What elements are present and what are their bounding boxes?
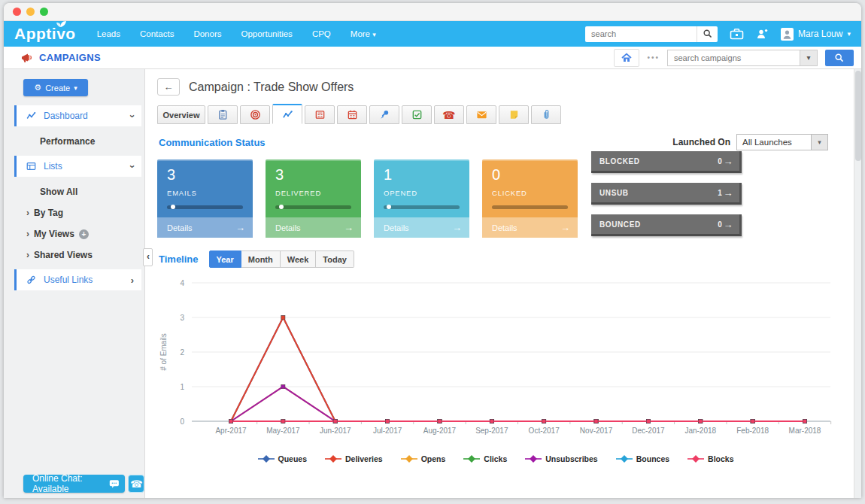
tab-target-list[interactable] <box>208 105 238 124</box>
sidebar-item-shared-views[interactable]: › Shared Views <box>26 250 144 260</box>
sidebar-item-dashboard[interactable]: Dashboard › <box>14 105 141 126</box>
chat-phone-button[interactable]: ☎ <box>128 475 144 493</box>
svg-text:Apr-2017: Apr-2017 <box>215 427 247 435</box>
lists-icon <box>26 161 37 172</box>
campaign-search-input[interactable] <box>667 50 800 66</box>
tasks-check-icon <box>411 109 423 120</box>
sidebar-item-useful-links[interactable]: Useful Links › <box>14 269 141 290</box>
minimize-window-icon[interactable] <box>26 8 35 16</box>
user-menu[interactable]: Mara Louw ▾ <box>781 28 851 41</box>
delivered-card[interactable]: 3 DELIVERED Details→ <box>266 159 361 238</box>
arrow-right-icon: → <box>723 156 733 167</box>
range-week-button[interactable]: Week <box>281 250 317 268</box>
global-search-button[interactable] <box>697 26 718 42</box>
search-options-dropdown[interactable]: ▾ <box>800 50 818 66</box>
opened-label: OPENED <box>374 184 469 197</box>
emails-details-button[interactable]: Details→ <box>157 217 253 238</box>
tab-follow-ups[interactable] <box>369 105 399 124</box>
page-app-title: CAMPAIGNS <box>39 52 101 63</box>
legend-item-queues[interactable]: Queues <box>258 454 308 463</box>
tab-calls[interactable]: ☎ <box>434 105 464 124</box>
tab-launches[interactable] <box>337 105 367 124</box>
legend-item-bounces[interactable]: Bounces <box>616 454 669 463</box>
online-chat-button[interactable]: Online Chat: Available <box>23 475 125 493</box>
range-month-button[interactable]: Month <box>241 250 281 268</box>
arrow-right-icon: → <box>560 222 570 233</box>
tab-tasks[interactable] <box>402 105 432 124</box>
nav-item-opportunities[interactable]: Opportunities <box>241 29 292 38</box>
notes-icon <box>508 109 520 120</box>
paperclip-icon <box>541 109 552 120</box>
tab-overview[interactable]: Overview <box>157 105 205 124</box>
legend-marker-icon <box>525 455 542 463</box>
create-button[interactable]: ⚙ Create ▾ <box>23 79 88 96</box>
arrow-right-icon: → <box>344 222 354 233</box>
legend-item-blocks[interactable]: Blocks <box>687 454 733 463</box>
clicked-card[interactable]: 0 CLICKED Details→ <box>482 159 578 238</box>
svg-text:May-2017: May-2017 <box>266 427 300 435</box>
tab-newsletter[interactable] <box>305 105 335 124</box>
app-header: CAMPAIGNS ••• ▾ <box>4 47 861 69</box>
sidebar-item-performance[interactable]: Performance <box>40 136 144 147</box>
tab-performance[interactable] <box>272 104 302 124</box>
tab-notes[interactable] <box>499 105 529 124</box>
nav-item-donors[interactable]: Donors <box>193 29 221 38</box>
nav-item-contacts[interactable]: Contacts <box>140 29 174 38</box>
legend-item-unsubscribes[interactable]: Unsubscribes <box>525 454 597 463</box>
caret-down-icon: ▾ <box>74 84 77 92</box>
global-search-input[interactable] <box>585 26 697 42</box>
range-year-button[interactable]: Year <box>209 250 241 268</box>
unsub-button[interactable]: UNSUB 1→ <box>591 183 742 205</box>
sidebar-item-show-all[interactable]: Show All <box>40 187 144 197</box>
vertical-scrollbar[interactable] <box>854 69 861 498</box>
sidebar-item-lists[interactable]: Lists › <box>14 156 141 177</box>
launched-on-select[interactable]: All Launches ▾ <box>736 134 828 150</box>
leaf-icon <box>55 20 67 28</box>
campaign-search-button[interactable] <box>825 50 854 66</box>
more-options-icon[interactable]: ••• <box>647 53 660 62</box>
tab-attachments[interactable] <box>531 105 561 124</box>
caret-down-icon: ▾ <box>811 135 827 150</box>
bounced-button[interactable]: BOUNCED 0→ <box>591 214 742 236</box>
apps-icon[interactable] <box>730 28 744 40</box>
opened-card[interactable]: 1 OPENED Details→ <box>374 159 469 238</box>
opened-details-button[interactable]: Details→ <box>374 217 469 238</box>
global-search <box>585 26 718 42</box>
window-titlebar <box>4 3 861 21</box>
close-window-icon[interactable] <box>13 8 21 16</box>
home-button[interactable] <box>614 49 639 67</box>
apptivo-logo[interactable]: Apptivo <box>14 25 76 43</box>
legend-marker-icon <box>401 455 417 463</box>
sidebar-item-by-tag[interactable]: › By Tag <box>26 208 144 218</box>
blocked-count: 0 <box>718 157 722 165</box>
tab-emails[interactable] <box>466 105 496 124</box>
opened-count: 1 <box>374 159 469 184</box>
chevron-right-icon: › <box>26 208 29 218</box>
chat-status-label: Online Chat: Available <box>32 473 104 494</box>
nav-item-leads[interactable]: Leads <box>97 29 120 38</box>
timeline-chart: 01234# of EmailsApr-2017May-2017Jun-2017… <box>157 274 854 453</box>
blocked-button[interactable]: BLOCKED 0→ <box>591 151 742 173</box>
dashboard-chart-icon <box>26 111 37 121</box>
legend-item-deliveries[interactable]: Deliveries <box>325 454 383 463</box>
legend-item-opens[interactable]: Opens <box>401 454 446 463</box>
scrollbar-thumb[interactable] <box>855 71 861 161</box>
sidebar-collapse-handle[interactable]: › <box>143 248 153 266</box>
back-button[interactable]: ← <box>157 78 180 96</box>
tab-goals[interactable] <box>240 105 270 124</box>
nav-item-more[interactable]: More ▾ <box>351 29 376 38</box>
legend-item-clicks[interactable]: Clicks <box>463 454 507 463</box>
clicked-details-button[interactable]: Details→ <box>482 217 578 238</box>
arrow-right-icon: → <box>235 222 245 233</box>
add-view-icon[interactable]: + <box>79 229 89 239</box>
sidebar-item-my-views[interactable]: › My Views + <box>26 229 144 239</box>
emails-card[interactable]: 3 EMAILS Details→ <box>157 159 253 238</box>
caret-down-icon: ▾ <box>847 30 851 38</box>
referrals-icon[interactable] <box>756 28 769 40</box>
nav-item-cpq[interactable]: CPQ <box>312 29 331 38</box>
delivered-details-button[interactable]: Details→ <box>266 217 361 238</box>
range-today-button[interactable]: Today <box>316 250 354 268</box>
arrow-right-icon: → <box>452 222 462 233</box>
svg-text:Aug-2017: Aug-2017 <box>423 427 457 435</box>
maximize-window-icon[interactable] <box>40 8 48 16</box>
